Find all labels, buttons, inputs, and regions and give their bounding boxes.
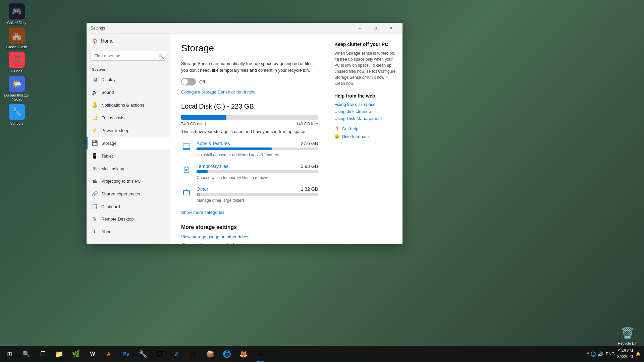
apps-features-desc: Uninstall unused or undesired apps & fea… (197, 153, 279, 157)
sidebar-item-sound[interactable]: 🔊 Sound (87, 86, 170, 99)
disk-stats: 74.3 GB used 149 GB free (181, 122, 318, 126)
apps-features-link[interactable]: Apps & features (197, 141, 230, 146)
sidebar-label-notifications: Notifications & actions (101, 103, 144, 108)
taskbar-file-explorer[interactable]: 📁 (51, 346, 67, 362)
window-controls: ─ □ ✕ (352, 23, 398, 34)
taskbar-word[interactable]: W (85, 346, 101, 362)
about-icon: ℹ (92, 229, 97, 235)
show-more-categories-link[interactable]: Show more categories (181, 210, 224, 215)
taskbar-ztool[interactable]: Z (168, 346, 184, 362)
home-icon: 🏠 (92, 38, 98, 44)
desktop-icon-castle-clash[interactable]: 🏰 Castle Clash (3, 27, 30, 49)
sidebar-item-power-sleep[interactable]: ⚡ Power & sleep (87, 124, 170, 137)
sidebar-item-shared-experiences[interactable]: 🔗 Shared experiences (87, 187, 170, 200)
storage-sense-description: Storage Sense can automatically free up … (181, 60, 318, 73)
disk-title: Local Disk (C:) - 223 GB (181, 103, 318, 110)
desktop-icon-label-weather: Du bao thoi 11-7-2020 (3, 93, 30, 101)
desktop-icon-label-sutools: SuTools (10, 121, 23, 125)
projecting-icon: 📽 (92, 178, 97, 184)
tray-network[interactable]: 🌐 (590, 351, 596, 357)
disk-free-stat: 149 GB free (296, 122, 318, 126)
shared-experiences-icon: 🔗 (92, 191, 97, 197)
configure-storage-sense-link[interactable]: Configure Storage Sense or run it now (181, 89, 255, 95)
sidebar-item-display[interactable]: 🖥 Display (87, 73, 170, 86)
sidebar-item-projecting[interactable]: 📽 Projecting to this PC (87, 175, 170, 187)
search-icon-button[interactable]: 🔍 (158, 53, 164, 59)
tablet-icon: 📱 (92, 153, 97, 159)
desktop-icon-sutools[interactable]: 🔧 SuTools (3, 104, 30, 125)
get-help-action[interactable]: ❓ Get help (334, 126, 397, 131)
recycle-bin-icon[interactable]: 🗑️ Recycle Bin (618, 325, 637, 345)
fixing-low-disk-space-link[interactable]: Fixing low disk space (334, 102, 397, 107)
sidebar-item-multitasking[interactable]: ⊞ Multitasking (87, 162, 170, 175)
right-panel: Keep clutter off your PC When Storage se… (329, 34, 402, 244)
taskbar-tool1[interactable]: 🔧 (135, 346, 151, 362)
sidebar-item-tablet[interactable]: 📱 Tablet (87, 149, 170, 162)
keep-clutter-title: Keep clutter off your PC (334, 42, 397, 47)
sidebar-item-remote-desktop[interactable]: 🖱 Remote Desktop (87, 213, 170, 225)
close-button[interactable]: ✕ (383, 23, 398, 34)
panel-actions: ❓ Get help 😊 Give feedback (334, 126, 397, 139)
apps-features-bar-fill (197, 147, 272, 150)
sidebar-label-focus-assist: Focus assist (101, 115, 125, 120)
disk-bar-fill (181, 115, 226, 120)
give-feedback-label: Give feedback (342, 134, 370, 139)
change-save-location-link[interactable]: Change where new content is saved (181, 242, 318, 244)
view-storage-other-drives-link[interactable]: View storage usage on other drives (181, 234, 318, 239)
sidebar-section-label: System (87, 63, 170, 73)
using-disk-management-link[interactable]: Using Disk Management (334, 116, 397, 121)
clipboard-icon: 📋 (92, 203, 97, 209)
notifications-icon: 🔔 (92, 102, 97, 108)
storage-sense-toggle[interactable] (181, 78, 196, 85)
sidebar-item-focus-assist[interactable]: 🌙 Focus assist (87, 111, 170, 124)
search-button[interactable]: 🔍 (18, 346, 34, 362)
sidebar-item-about[interactable]: ℹ About (87, 225, 170, 238)
using-disk-cleanup-link[interactable]: Using disk cleanup (334, 109, 397, 114)
taskbar-settings[interactable]: ⚙ (252, 346, 268, 362)
language-indicator[interactable]: ENG (606, 352, 614, 356)
taskbar-right: ^ 🌐 🔊 ENG 9:48 AM 8/3/2020 🔔 (587, 348, 644, 360)
taskbar-left: ⊞ 🔍 ❐ (0, 346, 51, 362)
taskbar-time-display[interactable]: 9:48 AM 8/3/2020 (617, 348, 633, 360)
storage-icon: 💾 (92, 140, 97, 146)
sidebar-label-display: Display (101, 77, 116, 82)
taskbar-gallery[interactable]: 🖼 (152, 346, 168, 362)
desktop-icon-itunes[interactable]: 🎵 iTunes (3, 52, 30, 73)
sidebar-item-notifications[interactable]: 🔔 Notifications & actions (87, 99, 170, 111)
taskbar-steam[interactable]: S (185, 346, 201, 362)
desktop-icon-weather[interactable]: 🌤️ Du bao thoi 11-7-2020 (3, 76, 30, 101)
notification-bell-icon[interactable]: 🔔 (636, 352, 641, 356)
taskbar-browser-green[interactable]: 🌿 (68, 346, 84, 362)
sidebar-item-clipboard[interactable]: 📋 Clipboard (87, 200, 170, 213)
give-feedback-action[interactable]: 😊 Give feedback (334, 134, 397, 139)
apps-features-size: 27.6 GB (301, 141, 318, 146)
taskbar-photoshop[interactable]: Ps (118, 346, 134, 362)
taskbar-firefox[interactable]: 🦊 (235, 346, 252, 362)
sidebar-label-sound: Sound (101, 90, 114, 95)
desktop-icon-call-of-duty[interactable]: 🎮 Call of Duty (3, 3, 30, 25)
settings-window: Settings ─ □ ✕ 🏠 Home 🔍 System (87, 23, 402, 244)
sidebar-home-item[interactable]: 🏠 Home (87, 34, 170, 48)
start-button[interactable]: ⊞ (1, 346, 17, 362)
maximize-button[interactable]: □ (368, 23, 383, 34)
taskbar-edge[interactable]: 🌐 (219, 346, 235, 362)
disk-info-text: This is how your storage is used and how… (181, 129, 318, 134)
sidebar-label-multitasking: Multitasking (101, 166, 124, 171)
taskbar-illustrator[interactable]: Ai (101, 346, 117, 362)
multitasking-icon: ⊞ (92, 166, 97, 172)
category-temporary-files: Temporary files 3.93 GB Choose which tem… (181, 164, 318, 180)
taskbar-package[interactable]: 📦 (202, 346, 218, 362)
apps-features-bar (197, 147, 318, 150)
minimize-button[interactable]: ─ (352, 23, 368, 34)
temporary-files-icon (181, 164, 192, 175)
system-tray: ^ 🌐 🔊 (587, 351, 603, 357)
tray-volume[interactable]: 🔊 (597, 351, 603, 357)
sidebar-item-storage[interactable]: 💾 Storage (87, 137, 170, 149)
other-link[interactable]: Other (197, 186, 208, 192)
get-help-icon: ❓ (334, 126, 340, 131)
tray-chevron[interactable]: ^ (587, 351, 589, 357)
temporary-files-link[interactable]: Temporary files (197, 164, 228, 169)
task-view-button[interactable]: ❐ (35, 346, 51, 362)
search-input[interactable] (91, 51, 166, 61)
other-bar (197, 193, 318, 196)
